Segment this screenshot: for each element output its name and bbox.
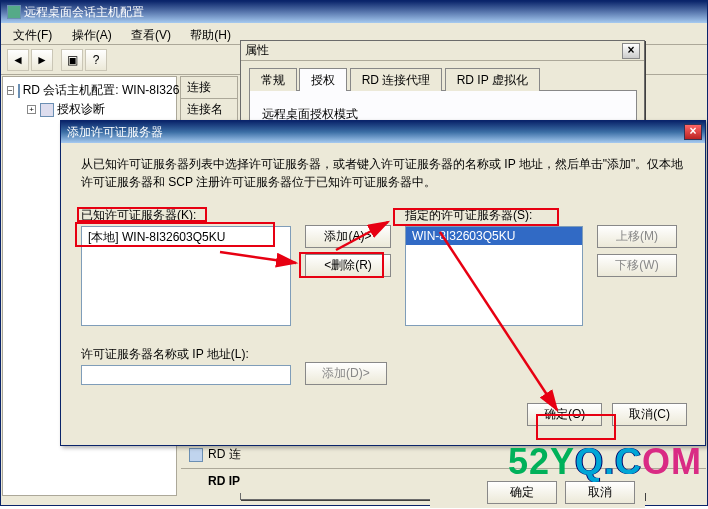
tree-label-host: RD 会话主机配置: WIN-8I326 <box>23 82 180 99</box>
close-icon[interactable]: × <box>622 43 640 59</box>
cancel-button[interactable]: 取消(C) <box>612 403 687 426</box>
add-license-server-dialog: 添加许可证服务器 × 从已知许可证服务器列表中选择许可证服务器，或者键入许可证服… <box>60 120 706 446</box>
tab-ip[interactable]: RD IP 虚拟化 <box>445 68 540 91</box>
tree-label-diag: 授权诊断 <box>57 101 105 118</box>
conn-h2: 连接名 <box>181 99 237 121</box>
name-label: 许可证服务器名称或 IP 地址(L): <box>81 346 291 363</box>
dialog-desc: 从已知许可证服务器列表中选择许可证服务器，或者键入许可证服务器的名称或 IP 地… <box>81 155 685 191</box>
delete-button[interactable]: <删除(R) <box>305 254 391 277</box>
tb-help-icon[interactable]: ? <box>85 49 107 71</box>
bottom-item2: RD IP <box>208 474 240 488</box>
tb-back-icon[interactable]: ◄ <box>7 49 29 71</box>
known-listbox[interactable]: [本地] WIN-8I32603Q5KU <box>81 226 291 326</box>
spec-col: 指定的许可证服务器(S): WIN-8I32603Q5KU <box>405 207 583 326</box>
main-title: 远程桌面会话主机配置 <box>24 1 144 23</box>
diag-icon <box>40 103 54 117</box>
main-titlebar: 远程桌面会话主机配置 <box>1 1 707 23</box>
menu-file[interactable]: 文件(F) <box>5 25 60 46</box>
prop-titlebar: 属性 × <box>241 41 644 61</box>
tab-general[interactable]: 常规 <box>249 68 297 91</box>
spec-label: 指定的许可证服务器(S): <box>405 207 583 224</box>
add2-button[interactable]: 添加(D)> <box>305 362 387 385</box>
dialog-body: 从已知许可证服务器列表中选择许可证服务器，或者键入许可证服务器的名称或 IP 地… <box>61 143 705 397</box>
dialog-title: 添加许可证服务器 <box>67 121 163 143</box>
ok-button[interactable]: 确定(O) <box>527 403 602 426</box>
dialog-titlebar: 添加许可证服务器 × <box>61 121 705 143</box>
tree-node-diag[interactable]: + 授权诊断 <box>7 100 172 119</box>
prop-ok-button[interactable]: 确定 <box>487 481 557 504</box>
expand-icon[interactable]: + <box>27 105 36 114</box>
conn-h1: 连接 <box>181 77 237 99</box>
bottom-item1: RD 连 <box>208 446 241 463</box>
dialog-footer: 确定(O) 取消(C) <box>61 397 705 438</box>
known-col: 已知许可证服务器(K): [本地] WIN-8I32603Q5KU <box>81 207 291 326</box>
close-icon[interactable]: × <box>684 124 702 140</box>
known-label: 已知许可证服务器(K): <box>81 207 291 224</box>
name-col: 许可证服务器名称或 IP 地址(L): <box>81 346 291 385</box>
tb-refresh-icon[interactable]: ▣ <box>61 49 83 71</box>
tb-fwd-icon[interactable]: ► <box>31 49 53 71</box>
right-buttons: 上移(M) 下移(W) <box>597 207 677 326</box>
prop-tabs: 常规 授权 RD 连接代理 RD IP 虚拟化 <box>241 61 644 90</box>
expand-icon[interactable]: − <box>7 86 14 95</box>
mid-buttons: 添加(A)> <删除(R) <box>305 207 391 326</box>
prop-title: 属性 <box>245 42 269 59</box>
rd-icon <box>189 448 203 462</box>
spec-item-0[interactable]: WIN-8I32603Q5KU <box>406 227 582 245</box>
tab-license[interactable]: 授权 <box>299 68 347 91</box>
mode-label: 远程桌面授权模式 <box>262 107 358 121</box>
known-item-0[interactable]: [本地] WIN-8I32603Q5KU <box>82 227 290 248</box>
spec-listbox[interactable]: WIN-8I32603Q5KU <box>405 226 583 326</box>
prop-cancel-button[interactable]: 取消 <box>565 481 635 504</box>
menu-help[interactable]: 帮助(H) <box>182 25 239 46</box>
down-button[interactable]: 下移(W) <box>597 254 677 277</box>
host-icon <box>18 84 20 98</box>
menu-view[interactable]: 查看(V) <box>123 25 179 46</box>
tree-node-host[interactable]: − RD 会话主机配置: WIN-8I326 <box>7 81 172 100</box>
app-icon <box>7 5 21 19</box>
up-button[interactable]: 上移(M) <box>597 225 677 248</box>
menu-action[interactable]: 操作(A) <box>64 25 120 46</box>
conn-panel: 连接 连接名 <box>180 76 238 122</box>
add-button[interactable]: 添加(A)> <box>305 225 391 248</box>
name-input[interactable] <box>81 365 291 385</box>
tab-broker[interactable]: RD 连接代理 <box>350 68 443 91</box>
